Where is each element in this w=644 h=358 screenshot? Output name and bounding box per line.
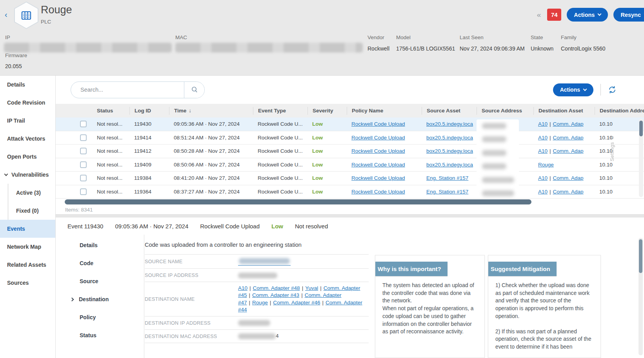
column-header-policy-name[interactable]: Policy Name: [347, 107, 422, 115]
search-button[interactable]: [184, 82, 204, 98]
source-asset-link[interactable]: box20.5.indegy.loca: [426, 121, 473, 127]
sidebar-item-attack-vectors[interactable]: Attack Vectors: [0, 130, 55, 148]
column-header-event-type[interactable]: Event Type: [253, 107, 307, 115]
event-type-cell: Rockwell Code U...: [253, 162, 307, 168]
table-settings-tab[interactable]: Settings ⚙: [609, 134, 615, 161]
table-row[interactable]: Not resol... 119430 09:05:36 AM · Nov 27…: [56, 118, 644, 131]
row-checkbox[interactable]: [80, 148, 87, 154]
event-status: Not resolved: [295, 223, 328, 230]
column-header-destination-asset[interactable]: Destination Asset: [533, 107, 595, 115]
why-important-text: When not part of regular operations, a c…: [382, 305, 477, 336]
destination-asset-link[interactable]: Comm. Adap: [553, 121, 584, 127]
row-checkbox[interactable]: [80, 175, 87, 181]
destination-asset-link[interactable]: A10: [538, 135, 548, 141]
destination-asset-link[interactable]: A10: [538, 148, 548, 154]
status-cell: Not resol...: [92, 148, 129, 154]
detail-tab-status[interactable]: Status: [56, 326, 144, 344]
plc-icon: [15, 2, 38, 28]
column-header-source-address[interactable]: Source Address: [477, 107, 533, 115]
family-value: ControlLogix 5560: [561, 45, 606, 52]
source-asset-link[interactable]: Eng. Station #157: [426, 189, 468, 195]
sidebar-item-code-revision[interactable]: Code Revision: [0, 94, 55, 112]
destination-asset-link[interactable]: Comm. Adap: [553, 135, 584, 141]
destination-name-link[interactable]: Comm. Adapter #43: [252, 292, 299, 298]
search-input[interactable]: [71, 87, 184, 93]
horizontal-scrollbar-thumb[interactable]: [65, 199, 531, 204]
detail-tab-details[interactable]: Details: [56, 236, 144, 254]
log-id-cell: 119414: [129, 135, 169, 141]
severity-cell: Low: [307, 175, 347, 181]
table-row[interactable]: Not resol... 119364 08:37:27 AM · Nov 27…: [56, 185, 644, 199]
destination-address-cell: 10.10: [595, 135, 644, 141]
sidebar-item-fixed-vulnerabilities[interactable]: Fixed (0): [8, 202, 55, 220]
policy-link[interactable]: Rockwell Code Upload: [351, 162, 405, 168]
column-header-destination-address[interactable]: Destination Address: [595, 107, 644, 115]
row-checkbox[interactable]: [80, 188, 87, 195]
destination-asset-link[interactable]: Comm. Adap: [553, 148, 584, 154]
destination-name-link[interactable]: A10: [238, 285, 247, 291]
table-vertical-scrollbar[interactable]: [639, 119, 643, 197]
sidebar-item-ip-trail[interactable]: IP Trail: [0, 112, 55, 130]
sidebar-item-open-ports[interactable]: Open Ports: [0, 148, 55, 166]
detail-tab-source[interactable]: Source: [56, 272, 144, 290]
source-asset-link[interactable]: box20.5.indegy.loca: [426, 162, 473, 168]
column-header-time[interactable]: Time↓: [169, 107, 253, 115]
destination-asset-link[interactable]: A10: [538, 175, 548, 181]
table-row[interactable]: Not resol... 119414 08:51:24 AM · Nov 27…: [56, 131, 644, 145]
table-row[interactable]: Not resol... 119384 08:41:20 AM · Nov 27…: [56, 172, 644, 185]
destination-name-link[interactable]: Rouge: [252, 300, 268, 306]
destination-asset-link[interactable]: A10: [538, 189, 548, 195]
mac-value-redacted: [175, 43, 363, 52]
destination-asset-link[interactable]: Rouge: [538, 162, 554, 168]
column-header-status[interactable]: Status: [92, 107, 129, 115]
event-id: Event 119430: [67, 223, 103, 230]
row-checkbox[interactable]: [80, 134, 87, 141]
header-actions-button[interactable]: Actions: [567, 8, 608, 22]
destination-asset-link[interactable]: Comm. Adap: [553, 189, 584, 195]
sidebar-item-related-assets[interactable]: Related Assets: [0, 256, 55, 274]
destination-mac-redacted: [238, 333, 276, 339]
table-actions-button[interactable]: Actions: [553, 83, 593, 96]
sidebar-item-active-vulnerabilities[interactable]: Active (3): [8, 184, 55, 202]
source-asset-link[interactable]: box20.5.indegy.loca: [426, 135, 473, 141]
destination-asset-link[interactable]: Comm. Adap: [553, 175, 584, 181]
resync-button[interactable]: Resync: [613, 8, 644, 22]
destination-name-link[interactable]: Comm. Adapter #46: [273, 300, 320, 306]
row-checkbox[interactable]: [80, 161, 87, 168]
column-header-source-asset[interactable]: Source Asset: [422, 107, 477, 115]
source-name-redacted-link[interactable]: [238, 257, 291, 266]
column-header-severity[interactable]: Severity: [307, 107, 347, 115]
status-cell: Not resol...: [92, 162, 129, 168]
policy-link[interactable]: Rockwell Code Upload: [351, 121, 405, 127]
column-header-log-id[interactable]: Log ID: [129, 107, 169, 115]
table-row[interactable]: Not resol... 119409 08:50:06 AM · Nov 27…: [56, 158, 644, 172]
destination-asset-cell: A10|Comm. Adap: [533, 148, 595, 154]
destination-asset-link[interactable]: A10: [538, 121, 548, 127]
refresh-button[interactable]: [608, 85, 617, 94]
why-important-panel: Why is this important? The system has de…: [375, 255, 485, 358]
policy-link[interactable]: Rockwell Code Upload: [351, 148, 405, 154]
detail-tab-policy[interactable]: Policy: [56, 308, 144, 326]
sidebar-item-network-map[interactable]: Network Map: [0, 238, 55, 256]
policy-link[interactable]: Rockwell Code Upload: [351, 135, 405, 141]
destination-name-link[interactable]: Yuval: [305, 285, 318, 291]
detail-tab-destination[interactable]: Destination: [56, 290, 144, 308]
detail-vertical-scrollbar[interactable]: [639, 238, 643, 355]
source-asset-link[interactable]: Eng. Station #157: [426, 175, 468, 181]
table-row[interactable]: Not resol... 119412 08:50:28 AM · Nov 27…: [56, 145, 644, 158]
row-checkbox[interactable]: [80, 121, 87, 127]
policy-link[interactable]: Rockwell Code Upload: [351, 189, 405, 195]
destination-name-link[interactable]: Comm. Adapter #48: [253, 285, 300, 291]
detail-tab-code[interactable]: Code: [56, 254, 144, 272]
sidebar-item-events[interactable]: Events: [0, 220, 55, 238]
back-chevron-icon[interactable]: ‹: [5, 10, 7, 19]
sidebar-item-vulnerabilities[interactable]: Vulnerabilities: [0, 166, 55, 184]
policy-link[interactable]: Rockwell Code Upload: [351, 175, 405, 181]
collapse-icon[interactable]: «: [536, 11, 542, 19]
event-type-cell: Rockwell Code U...: [253, 189, 307, 195]
asset-header: ‹ Rouge PLC « 74 Actions: [0, 0, 644, 76]
source-asset-link[interactable]: box20.5.indegy.loca: [426, 148, 473, 154]
sidebar-item-details[interactable]: Details: [0, 76, 55, 94]
source-ip-redacted: [238, 273, 277, 278]
sidebar-item-sources[interactable]: Sources: [0, 274, 55, 292]
